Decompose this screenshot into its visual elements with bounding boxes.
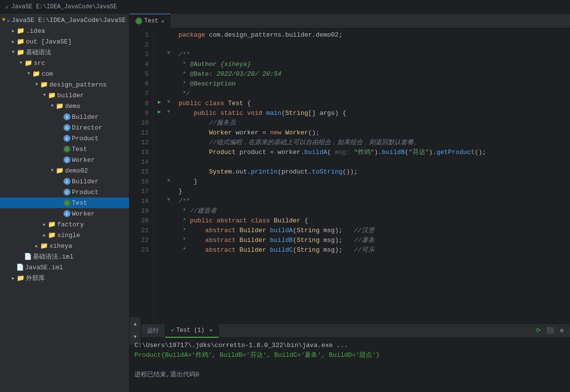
token: @Date:: [190, 69, 213, 79]
fold-8[interactable]: ▼: [165, 97, 173, 107]
code-line-3: /**: [178, 50, 570, 60]
sidebar-item-Director1[interactable]: CDirector: [0, 122, 129, 133]
gutter-17: [154, 185, 165, 195]
fold-12: [165, 136, 173, 146]
bottom-main: C:\Users\19717\.jdks\corretto-1.8.0_322\…: [130, 338, 570, 392]
editor-tabs: C Test ✕: [130, 14, 570, 28]
tab-test-run[interactable]: ✔ Test (1) ✕: [165, 324, 219, 338]
sidebar-item-src[interactable]: ▼📁src: [0, 58, 129, 68]
sidebar-item-Test1[interactable]: CTest: [0, 144, 129, 154]
line-number-6: 6: [130, 79, 149, 89]
sidebar-item-基础语法[interactable]: ▼📁基础语法: [0, 47, 129, 58]
tab-test[interactable]: C Test ✕: [130, 14, 171, 28]
fold-3[interactable]: ▼: [165, 48, 173, 58]
token: *: [178, 79, 190, 89]
sidebar-label: Product: [72, 189, 99, 196]
run-button-8[interactable]: ▶: [158, 99, 161, 105]
token: [178, 109, 194, 118]
output-path: C:\Users\19717\.jdks\corretto-1.8.0_322\…: [134, 341, 565, 350]
sidebar-item-demo[interactable]: ▼📁demo: [0, 101, 129, 111]
sidebar-label: Test: [72, 146, 87, 153]
chevron-icon: ▼: [25, 71, 32, 76]
sidebar-item-factory[interactable]: ▶📁factory: [0, 219, 129, 230]
token: .: [232, 167, 236, 177]
stop-button[interactable]: ⬛: [545, 326, 555, 336]
tab-close-button[interactable]: ✕: [161, 18, 165, 24]
tab-test-run-close[interactable]: ✕: [209, 327, 213, 333]
token: //服务员: [209, 118, 236, 128]
sidebar-item-design_patterns[interactable]: ▼📁design_patterns: [0, 79, 129, 90]
run-button-9[interactable]: ▶: [158, 109, 161, 115]
chevron-icon: ▶: [41, 233, 48, 238]
fold-4: [165, 58, 173, 67]
fold-16[interactable]: ▲: [165, 175, 173, 185]
sidebar-item-javase-root[interactable]: ▼☕JavaSE E:\IDEA_JavaCode\JavaSE: [0, 15, 129, 25]
token: String: [285, 109, 308, 118]
code-line-1: package com.design_patterns.builder.demo…: [178, 30, 570, 40]
sidebar-item-waibu[interactable]: ▶📁外部库: [0, 273, 129, 283]
gutter-7: [154, 87, 165, 97]
fold-9[interactable]: ▼: [165, 107, 173, 116]
token: main: [266, 109, 281, 118]
interface-icon: I: [64, 113, 70, 120]
token: Builder: [240, 236, 266, 245]
sidebar-item-Builder1[interactable]: IBuilder: [0, 111, 129, 122]
sidebar-item-com[interactable]: ▼📁com: [0, 68, 129, 79]
sidebar-item-Product2[interactable]: CProduct: [0, 187, 129, 197]
token: System: [209, 167, 232, 177]
token: @Description: [190, 79, 236, 89]
sidebar-item-Product1[interactable]: CProduct: [0, 133, 129, 144]
gutter-9[interactable]: ▶: [154, 107, 165, 116]
token: buildA: [270, 226, 293, 236]
code-line-8: public class Test {: [178, 99, 570, 109]
fold-21: [165, 224, 173, 234]
fold-18[interactable]: ▼: [165, 195, 173, 204]
sidebar-label: 基础语法.iml: [33, 252, 73, 261]
fold-area: ▼▼▼▲▼: [165, 28, 173, 324]
token: Test: [228, 99, 243, 109]
sidebar-item-single[interactable]: ▶📁single: [0, 230, 129, 240]
sidebar-label: Worker: [72, 210, 95, 218]
sidebar-item-Builder2[interactable]: IBuilder: [0, 176, 129, 187]
bottom-content: C:\Users\19717\.jdks\corretto-1.8.0_322\…: [130, 338, 570, 392]
gutter-1: [154, 28, 165, 38]
line-number-20: 20: [130, 216, 149, 226]
sidebar-label: out [JavaSE]: [26, 38, 72, 45]
scroll-up-button[interactable]: ▲: [130, 319, 141, 330]
token: ());: [343, 167, 358, 177]
fold-1: [165, 28, 173, 38]
chevron-icon: ▼: [10, 50, 17, 55]
sidebar-item-javase-iml[interactable]: 📄JavaSE.iml: [0, 262, 129, 273]
line-number-13: 13: [130, 148, 149, 157]
code-line-22: * abstract Builder buildB(String msg); /…: [178, 236, 570, 245]
gutter-15: [154, 165, 165, 175]
token: ();: [475, 148, 486, 157]
tab-run[interactable]: 运行: [141, 324, 165, 338]
folder-icon: 📁: [48, 220, 56, 228]
code-content[interactable]: package com.design_patterns.builder.demo…: [173, 28, 570, 324]
rerun-button[interactable]: ⟳: [533, 326, 544, 336]
token: args) {: [320, 109, 347, 118]
sidebar-item-jichu-iml[interactable]: 📄基础语法.iml: [0, 251, 129, 262]
sidebar-label: Worker: [72, 156, 95, 164]
sidebar-item-Test2[interactable]: CTest: [0, 197, 129, 208]
sidebar-item-builder[interactable]: ▼📁builder: [0, 90, 129, 101]
code-line-13: Product product = worker.buildA( msg: "炸…: [178, 148, 570, 157]
sidebar-item-out[interactable]: ▶📁out [JavaSE]: [0, 36, 129, 47]
line-numbers: 1234567891011121314151617181920212223: [130, 28, 154, 324]
token: abstract: [205, 245, 240, 255]
sidebar-item-Worker1[interactable]: CWorker: [0, 154, 129, 165]
sidebar-item-Worker2[interactable]: CWorker: [0, 208, 129, 219]
token: *: [178, 236, 205, 245]
token: *: [178, 69, 190, 79]
sidebar-item-idea[interactable]: ▶📁.idea: [0, 25, 129, 36]
sidebar-item-demo02[interactable]: ▼📁demo02: [0, 165, 129, 176]
settings-button[interactable]: ⚙: [556, 326, 567, 336]
sidebar-item-xiheya[interactable]: ▶📁xiheya: [0, 240, 129, 251]
token: String: [297, 245, 320, 255]
line-number-3: 3: [130, 50, 149, 60]
token: msg);: [320, 236, 354, 245]
gutter-8[interactable]: ▶: [154, 97, 165, 107]
class-icon: C: [64, 189, 70, 196]
code-line-2: [178, 40, 570, 50]
